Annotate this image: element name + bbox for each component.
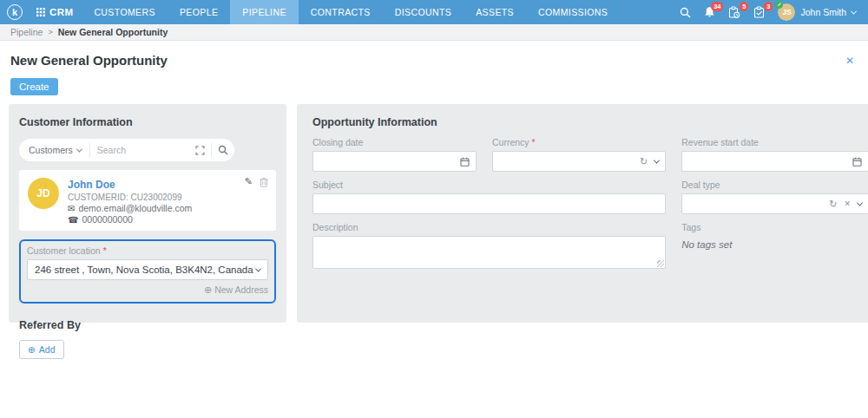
breadcrumb-current: New General Opportunity	[58, 27, 168, 37]
subject-label: Subject	[312, 180, 666, 190]
customer-card: JD John Doe CUSTOMERID: CU23002099 ✉ dem…	[19, 170, 276, 231]
chevron-down-icon	[76, 146, 82, 152]
main-menu: CUSTOMERS PEOPLE PIPELINE CONTRACTS DISC…	[82, 0, 620, 24]
form-panels: Customer Information Customers	[9, 104, 844, 323]
user-menu[interactable]: JS ✓ John Smith	[778, 3, 856, 21]
chevron-down-icon[interactable]	[857, 199, 863, 206]
user-initials: JS	[782, 8, 791, 16]
customer-phone: 0000000000	[82, 214, 132, 225]
advanced-search-icon[interactable]	[189, 143, 211, 157]
customer-avatar: JD	[28, 178, 59, 209]
customer-details: John Doe CUSTOMERID: CU23002099 ✉ demo.e…	[68, 176, 192, 225]
nav-right: 34 5	[680, 3, 856, 21]
referred-by-add-button[interactable]: ⊕ Add	[19, 340, 64, 359]
opportunity-information-panel: Opportunity Information Closing date	[297, 104, 868, 323]
referred-by-add-label: Add	[39, 344, 56, 355]
plus-circle-icon: ⊕	[204, 284, 212, 295]
description-field: Description	[312, 222, 666, 269]
description-textarea[interactable]	[312, 236, 666, 269]
edit-customer-icon[interactable]: ✎	[245, 176, 253, 187]
required-marker: *	[532, 137, 536, 147]
customer-card-actions: ✎	[245, 176, 268, 187]
global-search-button[interactable]	[680, 7, 691, 18]
customer-id-value: CU23002099	[131, 193, 182, 202]
currency-label: Currency*	[492, 137, 666, 147]
customer-location-select[interactable]: 246 street , Town, Nova Scotia, B3K4N2, …	[27, 259, 268, 280]
search-entity-dropdown[interactable]: Customers	[19, 143, 90, 157]
new-address-label: New Address	[214, 284, 268, 295]
closing-date-input[interactable]	[319, 156, 453, 167]
close-icon[interactable]: ✕	[845, 55, 854, 67]
deal-type-field: Deal type ↻ ✕	[681, 180, 868, 214]
customer-phone-row: ☎ 0000000000	[68, 214, 192, 225]
create-button[interactable]: Create	[10, 78, 58, 95]
search-icon	[680, 7, 691, 18]
refresh-icon[interactable]: ↻	[829, 199, 837, 209]
nav-item-commissions[interactable]: COMMISSIONS	[526, 0, 620, 24]
search-submit-icon[interactable]	[211, 143, 234, 157]
nav-item-customers[interactable]: CUSTOMERS	[82, 0, 168, 24]
customer-information-title: Customer Information	[19, 116, 276, 128]
nav-item-pipeline[interactable]: PIPELINE	[230, 0, 298, 24]
tasks-button[interactable]: 5	[728, 6, 740, 18]
customer-location-label: Customer location*	[27, 245, 268, 256]
revenue-start-date-input[interactable]	[688, 156, 845, 167]
subject-field: Subject	[312, 180, 666, 214]
currency-input[interactable]	[499, 156, 633, 167]
notifications-badge: 34	[711, 2, 723, 11]
customer-id-label: CUSTOMERID:	[68, 193, 128, 202]
nav-item-people[interactable]: PEOPLE	[168, 0, 230, 24]
description-label: Description	[312, 222, 666, 232]
customer-email-row: ✉ demo.email@kloudville.com	[68, 203, 192, 213]
breadcrumb-separator: >	[48, 28, 52, 36]
search-entity-label: Customers	[29, 145, 73, 155]
tasks-badge: 5	[740, 2, 748, 11]
app-label: CRM	[49, 7, 73, 17]
subject-input[interactable]	[319, 199, 659, 209]
clear-icon[interactable]: ✕	[844, 200, 851, 208]
revenue-start-date-field: Revenue start date	[681, 137, 868, 172]
calendar-icon[interactable]	[852, 157, 862, 167]
phone-icon: ☎	[68, 215, 78, 225]
required-marker: *	[103, 245, 107, 256]
chevron-down-icon	[255, 265, 261, 271]
customer-search-bar: Customers	[19, 139, 234, 161]
resize-handle[interactable]	[657, 260, 664, 267]
app-switcher[interactable]: CRM	[36, 7, 73, 17]
approvals-button[interactable]: 3	[753, 6, 765, 18]
plus-circle-icon: ⊕	[28, 344, 36, 355]
customer-initials: JD	[36, 187, 49, 199]
breadcrumb-parent[interactable]: Pipeline	[10, 27, 43, 37]
new-address-link[interactable]: ⊕New Address	[27, 284, 268, 296]
refresh-icon[interactable]: ↻	[640, 157, 648, 167]
tags-field: Tags ⊕ Add No tags set	[681, 222, 868, 269]
tags-empty-text: No tags set	[681, 239, 868, 250]
chevron-down-icon[interactable]	[654, 157, 660, 163]
nav-item-assets[interactable]: ASSETS	[464, 0, 526, 24]
user-name: John Smith	[800, 7, 846, 17]
breadcrumb: Pipeline > New General Opportunity	[0, 24, 868, 41]
notifications-button[interactable]: 34	[704, 6, 715, 18]
customer-location-label-text: Customer location	[27, 245, 101, 256]
logo-letter: k	[12, 7, 17, 17]
envelope-icon: ✉	[68, 204, 75, 213]
deal-type-input[interactable]	[688, 199, 822, 209]
top-nav: k CRM CUSTOMERS PEOPLE PIPELINE CONTRACT…	[0, 0, 868, 24]
page-title: New General Opportunity	[10, 53, 168, 68]
nav-item-contracts[interactable]: CONTRACTS	[299, 0, 383, 24]
customer-name-link[interactable]: John Doe	[68, 179, 115, 191]
remove-customer-icon[interactable]	[260, 177, 268, 187]
nav-item-discounts[interactable]: DISCOUNTS	[383, 0, 464, 24]
closing-date-field: Closing date	[312, 137, 477, 172]
kloudville-logo-icon[interactable]: k	[7, 4, 23, 20]
referred-by-title: Referred By	[19, 319, 276, 331]
currency-label-text: Currency	[492, 137, 529, 147]
tags-label: Tags	[681, 222, 700, 232]
apps-grid-icon	[36, 8, 45, 16]
deal-type-label: Deal type	[681, 180, 868, 190]
customer-search-input[interactable]	[90, 145, 189, 155]
customer-id: CUSTOMERID: CU23002099	[68, 193, 192, 202]
chevron-down-icon	[851, 8, 857, 14]
calendar-icon[interactable]	[460, 157, 470, 167]
page-header: New General Opportunity ✕	[0, 41, 868, 68]
